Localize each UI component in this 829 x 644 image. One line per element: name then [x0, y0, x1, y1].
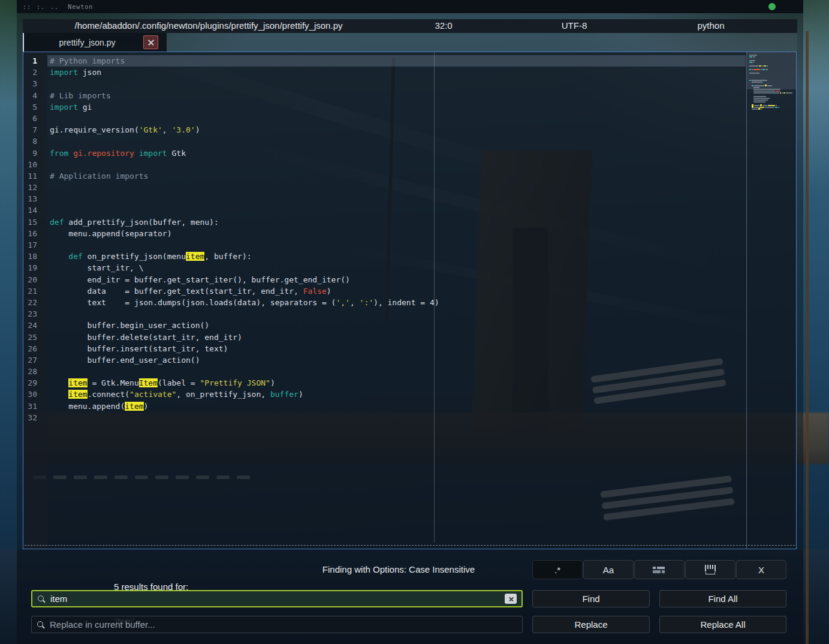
code-line[interactable]: text = json.dumps(json.loads(data), sepa…	[47, 297, 746, 308]
language-indicator: python	[697, 20, 724, 31]
replace-input[interactable]	[50, 619, 517, 630]
code-line[interactable]: from gi.repository import Gtk	[47, 148, 746, 159]
code-line[interactable]	[47, 159, 746, 170]
code-line[interactable]: gi.require_version('Gtk', '3.0')	[47, 124, 746, 136]
line-number: 14	[23, 204, 47, 216]
replace-all-button[interactable]: Replace All	[659, 616, 786, 633]
close-icon	[147, 39, 155, 46]
minimap[interactable]	[746, 52, 796, 549]
find-button[interactable]: Find	[532, 590, 650, 607]
line-number: 26	[23, 343, 47, 354]
search-icon	[37, 621, 45, 629]
window-titlebar: :: :. .. Newton	[17, 0, 803, 13]
line-number: 9	[23, 148, 47, 159]
screen: :: :. .. Newton /home/abaddon/.config/ne…	[0, 0, 829, 644]
close-find-panel-button[interactable]: X	[736, 560, 786, 579]
code-editor[interactable]: 1234567891011121314151617181920212223242…	[23, 52, 797, 549]
code-line[interactable]: def add_prettify_json(buffer, menu):	[47, 216, 746, 228]
line-number: 27	[23, 354, 47, 366]
code-line[interactable]: buffer.begin_user_action()	[47, 320, 746, 331]
code-line[interactable]: item.connect("activate", on_prettify_jso…	[47, 389, 746, 400]
workspace-indicator[interactable]: ..	[50, 4, 59, 10]
code-line[interactable]: # Application imports	[47, 170, 746, 182]
line-number: 22	[23, 297, 47, 308]
code-line[interactable]: start_itr, \	[47, 262, 746, 273]
code-line[interactable]	[47, 182, 746, 193]
code-line[interactable]	[47, 78, 746, 89]
search-icon	[37, 595, 46, 603]
right-margin-line	[434, 52, 435, 543]
line-number: 23	[23, 308, 47, 320]
line-number: 2	[23, 67, 47, 78]
find-all-button[interactable]: Find All	[659, 590, 786, 607]
line-number: 1	[23, 55, 47, 67]
workspace-indicator[interactable]: ::	[23, 4, 31, 10]
code-line[interactable]: buffer.insert(start_itr, text)	[47, 343, 746, 354]
line-number: 29	[23, 377, 47, 389]
statusbar: /home/abaddon/.config/newton/plugins/pre…	[23, 19, 797, 33]
code-line[interactable]	[47, 239, 746, 251]
line-number: 8	[23, 136, 47, 147]
code-line[interactable]: buffer.end_user_action()	[47, 354, 746, 366]
horizontal-scroll-line	[25, 545, 795, 546]
file-path: /home/abaddon/.config/newton/plugins/pre…	[75, 20, 343, 31]
search-input[interactable]	[50, 594, 505, 604]
code-line[interactable]: import json	[47, 67, 746, 78]
gutter: 1234567891011121314151617181920212223242…	[23, 52, 47, 549]
code-line[interactable]	[47, 412, 746, 423]
code-line[interactable]: menu.append(item)	[47, 401, 746, 412]
clear-icon	[508, 596, 514, 601]
tabbar: prettify_json.py	[23, 33, 797, 52]
line-number: 6	[23, 113, 47, 124]
tab-label: prettify_json.py	[24, 38, 143, 47]
workspace-indicator[interactable]: :.	[37, 4, 45, 10]
clear-search-button[interactable]	[505, 594, 517, 604]
cursor-position: 32:0	[435, 20, 452, 31]
line-number: 24	[23, 320, 47, 331]
line-number: 7	[23, 124, 47, 136]
line-number: 10	[23, 159, 47, 170]
code-line[interactable]	[47, 366, 746, 377]
tab-close-button[interactable]	[143, 35, 158, 49]
code-line[interactable]: # Lib imports	[47, 90, 746, 101]
line-number: 15	[23, 216, 47, 228]
code-line[interactable]: def on_prettify_json(menuitem, buffer):	[47, 251, 746, 262]
code-line[interactable]	[47, 204, 746, 216]
find-replace-panel: 5 results found for: 'item' Finding with…	[17, 549, 803, 644]
replace-button[interactable]: Replace	[532, 616, 650, 633]
line-number: 11	[23, 170, 47, 182]
whole-word-toggle-button[interactable]	[685, 560, 735, 579]
code-lines[interactable]: # Python importsimport json# Lib imports…	[47, 52, 746, 549]
code-line[interactable]: buffer.delete(start_itr, end_itr)	[47, 332, 746, 343]
line-number: 13	[23, 193, 47, 204]
code-line[interactable]: data = buffer.get_text(start_itr, end_it…	[47, 285, 746, 297]
code-line[interactable]	[47, 193, 746, 204]
code-line[interactable]: end_itr = buffer.get_start_iter(), buffe…	[47, 274, 746, 285]
code-line[interactable]	[47, 308, 746, 320]
minimap-content	[749, 54, 795, 112]
replace-field	[31, 616, 523, 633]
case-sensitivity-toggle-button[interactable]: Aa	[583, 560, 634, 579]
line-number: 32	[23, 412, 47, 423]
line-number: 19	[23, 262, 47, 273]
find-options-status: Finding with Options: Case Insensitive	[322, 564, 475, 574]
code-line[interactable]: # Python imports	[47, 55, 746, 67]
code-line[interactable]: import gi	[47, 101, 746, 113]
highlight-results-toggle-button[interactable]	[634, 560, 685, 579]
whole-word-icon	[705, 565, 716, 574]
line-number: 30	[23, 389, 47, 400]
regex-toggle-button[interactable]: .*	[532, 560, 583, 579]
line-number: 21	[23, 285, 47, 297]
line-number: 18	[23, 251, 47, 262]
line-number: 28	[23, 366, 47, 377]
window-title: Newton	[68, 4, 93, 10]
encoding-indicator: UTF-8	[562, 20, 587, 31]
tab-prettify-json[interactable]: prettify_json.py	[23, 33, 167, 52]
code-line[interactable]: item = Gtk.MenuItem(label = "Prettify JS…	[47, 377, 746, 389]
line-number: 3	[23, 78, 47, 89]
code-line[interactable]	[47, 136, 746, 147]
code-line[interactable]	[47, 113, 746, 124]
line-number: 12	[23, 182, 47, 193]
code-line[interactable]: menu.append(separator)	[47, 228, 746, 239]
line-number: 25	[23, 332, 47, 343]
